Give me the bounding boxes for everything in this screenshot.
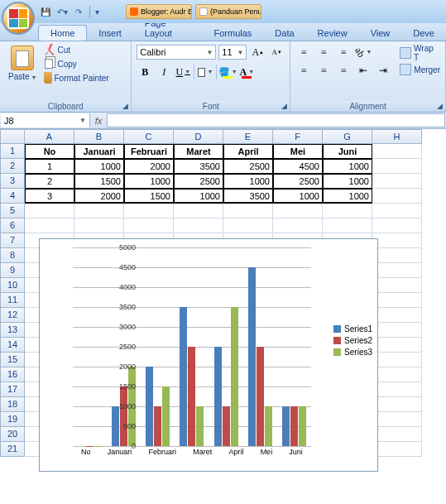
cell[interactable]: 3: [25, 189, 74, 204]
cell[interactable]: Januari: [74, 144, 124, 159]
italic-button[interactable]: I: [156, 64, 172, 80]
cell[interactable]: [372, 427, 422, 442]
cell[interactable]: Mei: [273, 144, 323, 159]
worksheet[interactable]: A B C D E F G H 1NoJanuariFebruariMaretA…: [0, 129, 446, 457]
formula-input[interactable]: [107, 113, 445, 127]
cell[interactable]: [372, 204, 422, 218]
row-header[interactable]: 7: [0, 233, 25, 248]
cell[interactable]: [124, 204, 174, 218]
browser-tab[interactable]: Blogger: Audr B...: [126, 4, 192, 19]
align-center-button[interactable]: ≡: [315, 62, 332, 79]
cell[interactable]: [323, 204, 372, 218]
cell[interactable]: 1000: [124, 174, 174, 189]
underline-button[interactable]: U▼: [175, 64, 191, 80]
cut-button[interactable]: Cut: [44, 44, 109, 55]
row-header[interactable]: 9: [0, 263, 25, 278]
cell[interactable]: [223, 218, 273, 233]
cell[interactable]: [372, 367, 422, 382]
save-icon[interactable]: 💾: [40, 6, 51, 17]
cell[interactable]: 1000: [273, 189, 323, 204]
row-header[interactable]: 15: [0, 353, 25, 367]
copy-button[interactable]: Copy: [44, 58, 109, 70]
format-painter-button[interactable]: Format Painter: [44, 72, 109, 84]
font-size-combo[interactable]: 11▼: [218, 45, 247, 60]
row-header[interactable]: 1: [0, 144, 25, 159]
cell[interactable]: [372, 397, 422, 412]
cell[interactable]: [372, 442, 422, 457]
row-header[interactable]: 11: [0, 293, 25, 308]
cell[interactable]: 4500: [273, 159, 323, 174]
cell[interactable]: [372, 174, 422, 189]
tab-view[interactable]: View: [359, 26, 402, 41]
select-all-corner[interactable]: [0, 129, 25, 144]
cell[interactable]: 1500: [74, 174, 124, 189]
cell[interactable]: [372, 233, 422, 248]
tab-developer[interactable]: Deve: [401, 26, 446, 41]
row-header[interactable]: 2: [0, 159, 25, 174]
dialog-launcher-icon[interactable]: ◢: [437, 102, 443, 110]
tab-home[interactable]: Home: [38, 25, 87, 41]
col-header[interactable]: H: [372, 129, 422, 144]
cell[interactable]: 1000: [323, 159, 372, 174]
row-header[interactable]: 19: [0, 412, 25, 427]
tab-review[interactable]: Review: [306, 26, 359, 41]
cell[interactable]: 2500: [273, 174, 323, 189]
paste-button[interactable]: Paste▼: [5, 44, 41, 83]
chart[interactable]: NoJanuariFebruariMaretAprilMeiJuni Serie…: [39, 238, 378, 472]
cell[interactable]: [372, 189, 422, 204]
tab-formulas[interactable]: Formulas: [202, 26, 263, 41]
row-header[interactable]: 14: [0, 338, 25, 353]
cell[interactable]: [174, 204, 223, 218]
cell[interactable]: [372, 263, 422, 278]
col-header[interactable]: F: [273, 129, 323, 144]
cell[interactable]: [372, 218, 422, 233]
cell[interactable]: Juni: [323, 144, 372, 159]
cell[interactable]: [372, 248, 422, 263]
font-name-combo[interactable]: Calibri▼: [137, 45, 216, 60]
cell[interactable]: [223, 204, 273, 218]
cell[interactable]: 2500: [174, 174, 223, 189]
col-header[interactable]: E: [223, 129, 273, 144]
cell[interactable]: April: [223, 144, 273, 159]
cell[interactable]: [372, 293, 422, 308]
bold-button[interactable]: B: [137, 64, 153, 80]
cell[interactable]: 2500: [223, 159, 273, 174]
increase-indent-button[interactable]: ⇥: [375, 62, 391, 79]
tab-data[interactable]: Data: [263, 26, 305, 41]
merge-center-button[interactable]: Merger: [400, 64, 440, 75]
row-header[interactable]: 6: [0, 218, 25, 233]
cell[interactable]: [174, 218, 223, 233]
cell[interactable]: [372, 382, 422, 397]
cell[interactable]: [372, 353, 422, 367]
cell[interactable]: [372, 144, 422, 159]
cell[interactable]: [372, 338, 422, 353]
row-header[interactable]: 17: [0, 382, 25, 397]
cell[interactable]: [273, 204, 323, 218]
browser-tab[interactable]: (Panduan Penul...: [195, 4, 261, 19]
row-header[interactable]: 3: [0, 174, 25, 189]
row-header[interactable]: 5: [0, 204, 25, 218]
cell[interactable]: 1000: [174, 189, 223, 204]
cell[interactable]: 2000: [74, 189, 124, 204]
orientation-button[interactable]: ab▼: [355, 44, 372, 60]
cell[interactable]: [372, 159, 422, 174]
col-header[interactable]: B: [74, 129, 124, 144]
row-header[interactable]: 12: [0, 308, 25, 323]
cell[interactable]: [372, 278, 422, 293]
name-box[interactable]: J8▼: [1, 113, 90, 127]
dialog-launcher-icon[interactable]: ◢: [122, 102, 128, 110]
decrease-indent-button[interactable]: ⇤: [355, 62, 372, 79]
col-header[interactable]: C: [124, 129, 174, 144]
cell[interactable]: 1000: [74, 159, 124, 174]
borders-button[interactable]: ▼: [197, 64, 213, 80]
row-header[interactable]: 18: [0, 397, 25, 412]
col-header[interactable]: A: [25, 129, 74, 144]
cell[interactable]: [25, 218, 74, 233]
shrink-font-button[interactable]: A▾: [268, 44, 285, 60]
cell[interactable]: No: [25, 144, 74, 159]
qat-customize-icon[interactable]: ▾: [89, 6, 101, 17]
cell[interactable]: 1: [25, 159, 74, 174]
row-header[interactable]: 10: [0, 278, 25, 293]
cell[interactable]: [323, 218, 372, 233]
cell[interactable]: [74, 218, 124, 233]
